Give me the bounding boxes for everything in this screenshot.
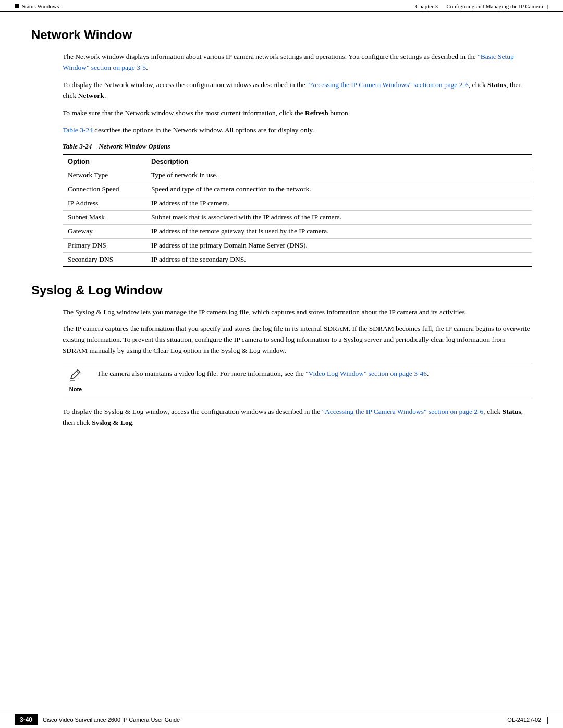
header-right: Chapter 3 Configuring and Managing the I… [415,3,548,9]
footer-left: 3-40 Cisco Video Surveillance 2600 IP Ca… [15,714,180,725]
table-cell-option: Subnet Mask [63,210,146,224]
video-log-link[interactable]: "Video Log Window" section on page 3-46 [305,369,427,377]
network-para-1: The Network window displays information … [63,52,532,73]
network-para-3: To make sure that the Network window sho… [63,108,532,119]
footer-doc-number: OL-24127-02 [507,717,541,723]
table-caption: Table 3-24 Network Window Options [63,142,532,151]
header-chapter: Chapter 3 [415,3,438,9]
table-cell-description: Type of network in use. [146,168,532,182]
note-text: The camera also maintains a video log fi… [97,368,429,379]
table-3-24-link[interactable]: Table 3-24 [63,126,93,134]
table-cell-option: Network Type [63,168,146,182]
header-section: Status Windows [22,3,59,9]
network-para-2: To display the Network window, access th… [63,80,532,102]
table-cell-description: IP address of the secondary DNS. [146,252,532,267]
table-cell-option: Connection Speed [63,182,146,196]
footer-doc-title: Cisco Video Surveillance 2600 IP Camera … [43,717,180,723]
table-cell-description: IP address of the primary Domain Name Se… [146,238,532,252]
header-chapter-title: Configuring and Managing the IP Camera [447,3,543,9]
header-bar: Status Windows Chapter 3 Configuring and… [0,0,563,12]
note-label: Note [69,386,82,392]
network-window-title: Network Window [31,28,532,42]
syslog-para-2: The IP camera captures the information t… [63,324,532,356]
table-cell-option: Gateway [63,224,146,238]
header-left: Status Windows [15,3,59,9]
footer: 3-40 Cisco Video Surveillance 2600 IP Ca… [0,711,563,728]
table-cell-description: IP address of the remote gateway that is… [146,224,532,238]
table-row: Network Type Type of network in use. [63,168,532,182]
accessing-link-2[interactable]: "Accessing the IP Camera Windows" sectio… [322,408,484,415]
main-content: Network Window The Network window displa… [0,12,563,476]
footer-page-number: 3-40 [15,714,38,725]
syslog-window-title: Syslog & Log Window [31,283,532,298]
note-box: Note The camera also maintains a video l… [63,363,532,398]
footer-bar: | [544,715,548,724]
table-row: Connection Speed Speed and type of the c… [63,182,532,196]
table-row: Subnet Mask Subnet mask that is associat… [63,210,532,224]
note-pencil-icon [68,368,83,385]
table-cell-description: IP address of the IP camera. [146,196,532,210]
accessing-link-1[interactable]: "Accessing the IP Camera Windows" sectio… [307,81,469,89]
syslog-para-1: The Syslog & Log window lets you manage … [63,307,532,318]
table-cell-description: Speed and type of the camera connection … [146,182,532,196]
table-cell-description: Subnet mask that is associated with the … [146,210,532,224]
footer-right: OL-24127-02 | [507,715,548,724]
network-options-table: Option Description Network Type Type of … [63,154,532,267]
table-header-option: Option [63,154,146,168]
table-cell-option: IP Address [63,196,146,210]
table-cell-option: Secondary DNS [63,252,146,267]
syslog-para-last: To display the Syslog & Log window, acce… [63,406,532,428]
header-square-icon [15,4,19,8]
table-header-description: Description [146,154,532,168]
table-row: IP Address IP address of the IP camera. [63,196,532,210]
table-row: Secondary DNS IP address of the secondar… [63,252,532,267]
table-row: Gateway IP address of the remote gateway… [63,224,532,238]
table-row: Primary DNS IP address of the primary Do… [63,238,532,252]
network-para-4: Table 3-24 describes the options in the … [63,125,532,136]
note-icon-area: Note [63,368,89,392]
table-cell-option: Primary DNS [63,238,146,252]
